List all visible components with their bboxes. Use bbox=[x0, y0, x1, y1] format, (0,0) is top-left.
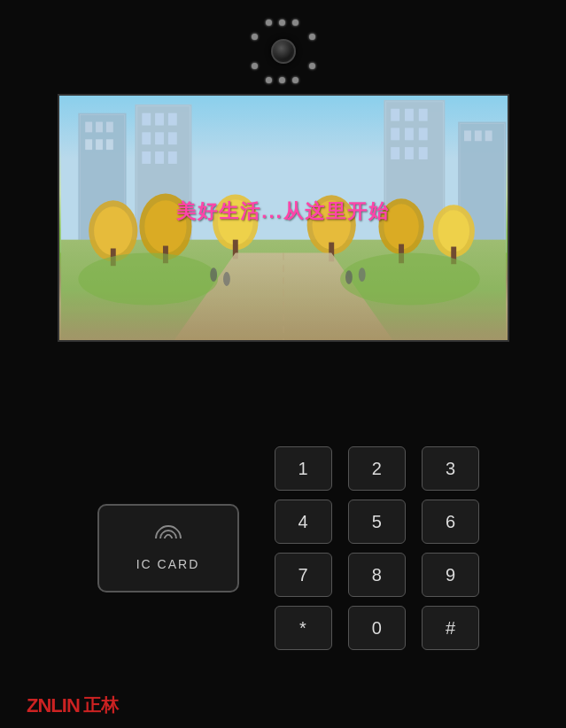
key-6-button[interactable]: 6 bbox=[422, 500, 479, 544]
key-#-button[interactable]: # bbox=[422, 606, 479, 650]
key-8-button[interactable]: 8 bbox=[348, 553, 406, 597]
key-4-button[interactable]: 4 bbox=[275, 500, 332, 544]
led-dot bbox=[309, 34, 315, 40]
camera-module bbox=[248, 16, 319, 87]
led-dot bbox=[292, 19, 299, 26]
key-7-button[interactable]: 7 bbox=[275, 553, 332, 597]
camera-section bbox=[0, 0, 566, 87]
key-0-button[interactable]: 0 bbox=[348, 606, 406, 650]
wave-outer bbox=[149, 520, 186, 557]
device-panel: 美好生活...从这里开始 IC CARD 123456789*0# ZNLIN … bbox=[0, 0, 566, 728]
led-dot bbox=[266, 77, 272, 83]
led-dot bbox=[309, 63, 315, 69]
key-9-button[interactable]: 9 bbox=[422, 553, 479, 597]
led-dot bbox=[266, 19, 272, 26]
key-*-button[interactable]: * bbox=[275, 606, 332, 650]
led-dot bbox=[252, 34, 258, 40]
led-dot bbox=[252, 63, 258, 69]
logo-section: ZNLIN 正林 bbox=[27, 693, 119, 717]
led-dot bbox=[279, 19, 285, 26]
key-1-button[interactable]: 1 bbox=[275, 446, 332, 491]
ic-card-panel[interactable]: IC CARD bbox=[97, 504, 239, 592]
screen-image: 美好生活...从这里开始 bbox=[59, 96, 508, 340]
key-3-button[interactable]: 3 bbox=[422, 446, 479, 491]
key-2-button[interactable]: 2 bbox=[348, 446, 406, 491]
ic-card-label: IC CARD bbox=[136, 557, 200, 571]
led-dot bbox=[279, 77, 285, 83]
bottom-section: IC CARD 123456789*0# bbox=[0, 368, 566, 728]
screen-text: 美好生活...从这里开始 bbox=[176, 198, 389, 225]
brand-chinese: 正林 bbox=[83, 693, 119, 717]
key-5-button[interactable]: 5 bbox=[348, 500, 406, 544]
keypad: 123456789*0# bbox=[275, 446, 487, 650]
brand-logo: ZNLIN bbox=[27, 694, 80, 717]
video-screen: 美好生活...从这里开始 bbox=[58, 94, 509, 342]
led-dot bbox=[292, 77, 299, 83]
rfid-waves-icon bbox=[151, 525, 186, 552]
camera-lens bbox=[271, 39, 296, 64]
ic-card-area: IC CARD bbox=[80, 504, 257, 592]
